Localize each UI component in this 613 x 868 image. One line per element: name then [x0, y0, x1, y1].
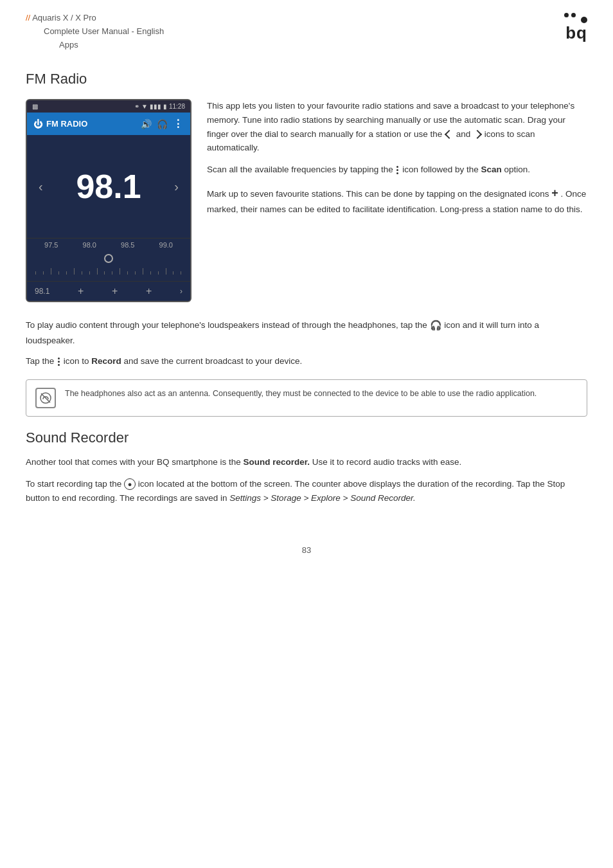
freq-98-0: 98.0	[83, 241, 96, 249]
station-overflow: ›	[180, 287, 182, 296]
freq-97-5: 97.5	[44, 241, 58, 249]
and-text: and	[456, 129, 473, 139]
desc-para1: This app lets you listen to your favouri…	[207, 99, 587, 154]
record-bold: Record	[91, 356, 121, 366]
power-icon: ⏻	[33, 119, 42, 129]
below-fm-section: To play audio content through your telep…	[26, 318, 587, 368]
tick-11	[112, 271, 112, 275]
sound-recorder-section: Sound Recorder Another tool that comes w…	[26, 429, 587, 506]
no-headphone-icon	[39, 391, 53, 405]
phone-app-topbar: ⏻ FM RADIO 🔊 🎧 ⋮	[27, 113, 190, 135]
freq-98-5: 98.5	[121, 241, 134, 249]
phone-headphone-btn[interactable]: 🎧	[157, 119, 168, 129]
tick-9	[97, 268, 98, 275]
phone-signal-icon: ▮▮▮	[150, 103, 161, 110]
phone-more-btn[interactable]: ⋮	[173, 118, 184, 130]
bq-wordmark: bq	[565, 24, 587, 41]
fm-radio-section: FM Radio ▩ ⚭ ▼ ▮▮▮ ▮ 11:28	[26, 71, 587, 302]
chevron-left-icon	[445, 130, 454, 139]
sound-recorder-para1: Another tool that comes with your BQ sma…	[26, 455, 587, 469]
tick-5	[66, 271, 67, 275]
phone-app-topbar-icons: 🔊 🎧 ⋮	[141, 118, 184, 130]
fm-radio-description: This app lets you listen to your favouri…	[207, 99, 587, 302]
note-box: The headphones also act as an antenna. C…	[26, 379, 587, 417]
tick-1	[35, 271, 36, 275]
main-content: FM Radio ▩ ⚭ ▼ ▮▮▮ ▮ 11:28	[0, 51, 613, 526]
desc-para2: Scan all the available frequencies by ta…	[207, 163, 587, 177]
headphone-icon: 🎧	[430, 320, 442, 330]
tick-8	[89, 271, 90, 275]
fm-radio-layout: ▩ ⚭ ▼ ▮▮▮ ▮ 11:28 ⏻ FM RADIO	[26, 99, 587, 302]
phone-dial-area: 97.5 98.0 98.5 99.0	[27, 238, 190, 281]
station-plus-2[interactable]: +	[112, 285, 118, 297]
plus-icon-text: +	[551, 186, 558, 199]
station-plus-1[interactable]: +	[78, 285, 84, 297]
phone-freq-scale: 97.5 98.0 98.5 99.0	[27, 238, 190, 251]
scan-bold: Scan	[481, 165, 502, 174]
tick-10	[104, 271, 105, 275]
tick-19	[173, 271, 173, 275]
phone-volume-icon: ▼	[141, 103, 148, 110]
bq-dot-large	[581, 17, 587, 23]
settings-path: Settings > Storage > Explore > Sound Rec…	[229, 493, 416, 503]
phone-volume-btn[interactable]: 🔊	[141, 119, 152, 129]
tick-20	[181, 271, 181, 275]
page-header: // Aquaris X / X Pro Complete User Manua…	[0, 0, 613, 51]
tick-3	[51, 268, 51, 275]
page-number: 83	[0, 545, 613, 568]
tick-13	[127, 271, 128, 275]
tick-16	[150, 271, 151, 275]
tick-2	[43, 271, 44, 275]
three-dots-icon-2	[58, 357, 60, 366]
bq-dot-2	[571, 13, 576, 17]
loudspeaker-para: To play audio content through your telep…	[26, 318, 587, 348]
phone-freq-display: ‹ 98.1 ›	[27, 135, 190, 238]
phone-status-bar: ▩ ⚭ ▼ ▮▮▮ ▮ 11:28	[27, 100, 190, 113]
station-plus-3[interactable]: +	[146, 285, 152, 297]
tick-12	[120, 268, 120, 275]
sound-recorder-title: Sound Recorder	[26, 429, 587, 446]
phone-frequency: 98.1	[48, 167, 170, 206]
note-icon	[35, 388, 56, 408]
dial-circle	[104, 254, 113, 263]
header-line1: Aquaris X / X Pro	[32, 13, 96, 23]
phone-mockup: ▩ ⚭ ▼ ▮▮▮ ▮ 11:28 ⏻ FM RADIO	[26, 99, 191, 302]
sound-recorder-bold: Sound recorder.	[243, 457, 310, 467]
phone-status-icon-cam: ▩	[32, 103, 38, 110]
phone-bottom-bar: 98.1 + + + ›	[27, 281, 190, 301]
bq-logo-dots	[564, 13, 587, 23]
comment-slash: //	[26, 13, 30, 23]
phone-dial-indicator	[27, 251, 190, 266]
sound-recorder-para2: To start recording tap the ● icon locate…	[26, 477, 587, 506]
record-para: Tap the icon to Record and save the curr…	[26, 354, 587, 368]
tick-17	[158, 271, 159, 275]
tick-15	[143, 268, 143, 275]
phone-app-label-area: ⏻ FM RADIO	[33, 119, 87, 129]
phone-app-label: FM RADIO	[46, 119, 87, 129]
mic-circle-icon: ●	[124, 478, 136, 490]
bq-dot-1	[564, 13, 569, 17]
tick-4	[58, 271, 59, 275]
tick-14	[135, 271, 136, 275]
phone-next-btn[interactable]: ›	[169, 174, 184, 199]
tick-7	[82, 271, 82, 275]
chevron-right-icon	[473, 130, 482, 139]
phone-headphone-icon: ⚭	[134, 103, 139, 110]
phone-prev-btn[interactable]: ‹	[33, 174, 48, 199]
fm-radio-title: FM Radio	[26, 71, 587, 87]
tick-18	[166, 268, 166, 275]
tick-6	[74, 268, 75, 275]
header-line3: Apps	[26, 39, 164, 52]
phone-tick-marks	[27, 266, 190, 276]
phone-battery-icon: ▮	[163, 103, 167, 110]
station-freq-label: 98.1	[35, 287, 49, 296]
note-text: The headphones also act as an antenna. C…	[65, 388, 537, 400]
svg-line-1	[41, 393, 50, 402]
header-breadcrumb: // Aquaris X / X Pro Complete User Manua…	[26, 12, 164, 51]
phone-status-icons: ⚭ ▼ ▮▮▮ ▮ 11:28	[134, 103, 185, 110]
header-line2: Complete User Manual - English	[26, 25, 164, 39]
freq-99-0: 99.0	[159, 241, 173, 249]
bq-logo: bq	[564, 13, 587, 41]
three-dots-icon	[396, 166, 398, 174]
phone-time: 11:28	[169, 103, 185, 110]
